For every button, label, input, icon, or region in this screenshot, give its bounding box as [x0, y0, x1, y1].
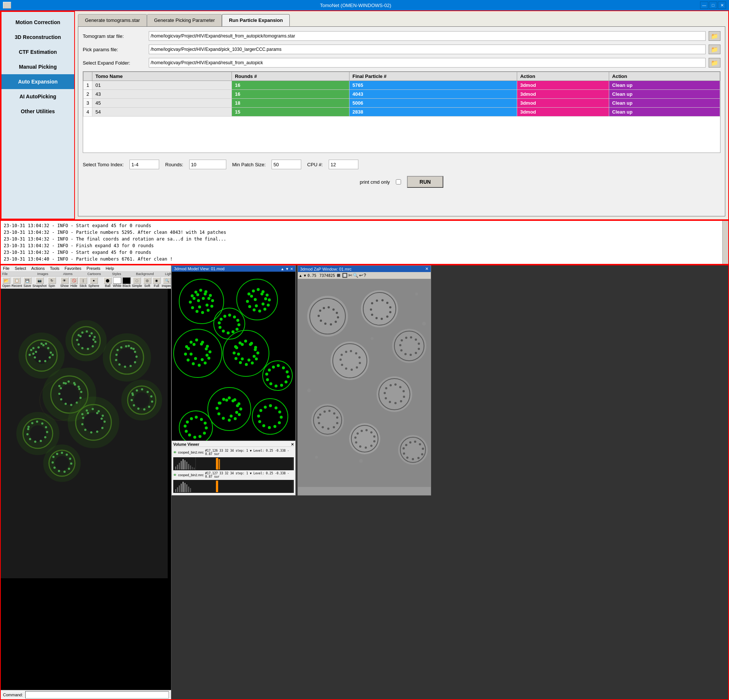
cell-action-cleanup[interactable]: Clean up: [609, 81, 720, 90]
chimera-btn-ball[interactable]: ⬤ Ball: [103, 277, 112, 288]
system-menu-icon[interactable]: [3, 2, 11, 9]
cell-tomo-name: 01: [92, 81, 232, 90]
zap-toolbar-icon-1[interactable]: 🔳: [336, 273, 341, 278]
svg-point-46: [124, 365, 126, 368]
tab-run-particle-expansion[interactable]: Run Particle Expansion: [222, 14, 290, 26]
zap-close-btn[interactable]: ✕: [425, 266, 428, 271]
svg-point-33: [79, 335, 81, 338]
zap-toolbar-icon-2[interactable]: 🔲: [342, 273, 348, 278]
zap-toolbar-icon-5[interactable]: ↩: [359, 273, 363, 278]
log-line: 23-10-31 13:04:32 - INFO - Start expand …: [4, 222, 725, 229]
zap-toolbar-icon-6[interactable]: ?: [364, 273, 366, 278]
zap-toolbar-down[interactable]: ▼: [303, 274, 307, 278]
zap-toolbar-icon-3[interactable]: ✄: [349, 273, 352, 278]
svg-rect-310: [183, 459, 184, 470]
chimera-btn-recent[interactable]: 📋 Recent: [12, 277, 22, 288]
chimera-btn-black[interactable]: Black: [122, 277, 131, 288]
sidebar-item-3d-reconstruction[interactable]: 3D Reconstruction: [1, 30, 74, 45]
tab-generate-picking-parameter[interactable]: Generate Picking Parameter: [147, 14, 222, 26]
minimize-btn[interactable]: —: [700, 1, 708, 9]
cell-action-cleanup[interactable]: Clean up: [609, 90, 720, 99]
expand-folder-input[interactable]: [149, 58, 706, 68]
tomogram-star-browse-btn[interactable]: 📁: [709, 31, 720, 41]
chimera-menu-help[interactable]: Help: [106, 266, 114, 271]
chimera-command-input[interactable]: [25, 691, 169, 699]
run-button[interactable]: RUN: [407, 176, 443, 188]
volume-row-1: 👁 cooped_bin2.mrc #17.126 33 32 34 step:…: [173, 448, 294, 457]
zap-toolbar-icon-4[interactable]: 🔍: [353, 273, 359, 278]
cell-action-3dmod[interactable]: 3dmod: [517, 108, 609, 116]
chimera-menu-presets[interactable]: Presets: [86, 266, 100, 271]
chimera-menu-file[interactable]: File: [3, 266, 10, 271]
model-view-canvas[interactable]: [172, 272, 295, 441]
sidebar-item-ctf-estimation[interactable]: CTF Estimation: [1, 45, 74, 60]
zap-toolbar-up[interactable]: ▲: [299, 274, 302, 278]
svg-point-411: [349, 423, 380, 454]
model-view-up-btn[interactable]: ▲: [280, 267, 284, 271]
chimera-menu-favorites[interactable]: Favorites: [65, 266, 81, 271]
chimera-window: File Select Actions Tools Favorites Pres…: [1, 265, 171, 699]
chimera-btn-save[interactable]: 💾 Save: [23, 277, 32, 288]
svg-point-417: [373, 435, 375, 438]
chimera-btn-snapshot[interactable]: 📷 Snapshot: [33, 277, 47, 288]
svg-point-172: [195, 339, 198, 342]
sidebar-item-auto-expansion[interactable]: Auto Expansion: [1, 74, 74, 89]
pick-params-input[interactable]: [149, 45, 706, 54]
svg-point-193: [244, 340, 247, 343]
volume-viewer-close[interactable]: ✕: [291, 442, 294, 447]
chimera-canvas[interactable]: [1, 289, 171, 690]
chimera-menu-tools[interactable]: Tools: [50, 266, 60, 271]
svg-point-48: [115, 359, 117, 361]
zap-canvas[interactable]: [298, 279, 431, 495]
log-scrollbar[interactable]: [722, 221, 728, 264]
chimera-btn-inspect[interactable]: 🔍 Inspect: [162, 277, 171, 288]
cell-action-cleanup[interactable]: Clean up: [609, 99, 720, 108]
sidebar-item-ai-autopicking[interactable]: AI AutoPicking: [1, 89, 74, 104]
expand-folder-browse-btn[interactable]: 📁: [709, 58, 720, 68]
svg-point-398: [311, 404, 344, 437]
svg-point-418: [373, 440, 375, 442]
chimera-menu-actions[interactable]: Actions: [31, 266, 45, 271]
model-view-down-btn[interactable]: ▼: [285, 267, 289, 271]
chimera-btn-sphere[interactable]: ● Sphere: [88, 277, 99, 288]
chimera-btn-open[interactable]: 📂 Open: [2, 277, 10, 288]
cell-action-cleanup[interactable]: Clean up: [609, 108, 720, 116]
tab-generate-tomograms-star[interactable]: Generate tomograms.star: [78, 14, 147, 26]
pick-params-browse-btn[interactable]: 📁: [709, 45, 720, 54]
svg-point-262: [280, 416, 283, 419]
cell-action-3dmod[interactable]: 3dmod: [517, 90, 609, 99]
svg-point-223: [216, 407, 219, 410]
pick-params-row: Pick params file: 📁: [83, 45, 720, 54]
chimera-btn-hide[interactable]: 🚫 Hide: [70, 277, 78, 288]
volume-histogram-1: [173, 457, 294, 470]
chimera-btn-show[interactable]: 👁 Show: [61, 277, 69, 288]
sidebar-item-motion-correction[interactable]: Motion Correction: [1, 15, 74, 30]
sidebar-item-manual-picking[interactable]: Manual Picking: [1, 60, 74, 74]
chimera-btn-white[interactable]: White: [113, 277, 121, 288]
tomogram-star-input[interactable]: [149, 31, 706, 41]
rounds-input[interactable]: [189, 160, 226, 169]
model-view-close-btn[interactable]: ✕: [290, 267, 293, 271]
cpu-input[interactable]: [329, 160, 359, 169]
close-btn[interactable]: ✕: [718, 1, 726, 9]
cell-action-3dmod[interactable]: 3dmod: [517, 81, 609, 90]
tomo-index-input[interactable]: [129, 160, 159, 169]
maximize-btn[interactable]: □: [709, 1, 717, 9]
chimera-btn-stick[interactable]: | Stick: [79, 277, 87, 288]
chimera-btn-spin[interactable]: ↻ Spin: [48, 277, 56, 288]
chimera-menu-select[interactable]: Select: [15, 266, 26, 271]
sidebar-item-other-utilities[interactable]: Other Utilities: [1, 104, 74, 119]
log-text: 23-10-31 13:04:32 - INFO - Start expand …: [1, 221, 728, 264]
chimera-btn-full[interactable]: ◉ Full: [152, 277, 161, 288]
chimera-btn-simple[interactable]: ◌ Simple: [132, 277, 142, 288]
svg-rect-307: [177, 465, 178, 470]
svg-point-251: [199, 435, 202, 438]
svg-point-149: [196, 293, 199, 296]
model-view-window: 3dmod Model View: 01.mod ▲ ▼ ✕: [171, 265, 296, 495]
min-patch-input[interactable]: [272, 160, 301, 169]
cell-action-3dmod[interactable]: 3dmod: [517, 99, 609, 108]
print-cmd-checkbox[interactable]: [396, 179, 401, 185]
svg-point-86: [81, 413, 83, 415]
chimera-btn-soft[interactable]: ◎ Soft: [143, 277, 151, 288]
svg-point-68: [74, 383, 76, 386]
